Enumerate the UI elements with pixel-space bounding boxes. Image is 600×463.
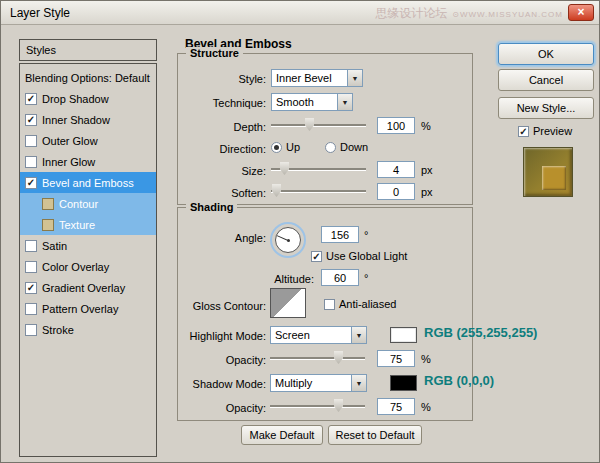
size-slider[interactable] (271, 161, 366, 176)
technique-label: Technique: (178, 97, 266, 109)
highlight-mode-value: Screen (271, 327, 351, 343)
anti-aliased-label: Anti-aliased (339, 298, 396, 310)
style-checkbox[interactable] (25, 261, 37, 273)
sidebar-item-drop-shadow[interactable]: ✓ Drop Shadow (20, 88, 156, 109)
sidebar-item-stroke[interactable]: Stroke (20, 319, 156, 340)
new-style-button[interactable]: New Style... (498, 97, 594, 119)
angle-label: Angle: (178, 232, 266, 244)
style-checkbox[interactable]: ✓ (25, 114, 37, 126)
style-checkbox[interactable] (42, 198, 54, 210)
checkbox-icon (518, 126, 529, 137)
highlight-rgb-annotation: RGB (255,255,255) (424, 325, 537, 340)
style-checkbox[interactable] (25, 240, 37, 252)
technique-dropdown[interactable]: Smooth ▼ (271, 93, 353, 111)
highlight-opacity-slider[interactable] (270, 350, 365, 365)
size-label: Size: (178, 165, 266, 177)
size-input[interactable] (377, 161, 415, 178)
angle-dial[interactable] (270, 222, 306, 258)
angle-dial-face[interactable] (275, 227, 301, 253)
sidebar-item-label: Pattern Overlay (42, 303, 118, 315)
highlight-color-swatch[interactable] (390, 327, 417, 343)
soften-input[interactable] (377, 183, 415, 200)
make-default-button[interactable]: Make Default (241, 425, 323, 445)
watermark: 思缘设计论坛 ⊙WWW.MISSYUAN.COM (375, 5, 563, 22)
sidebar-item-label: Texture (59, 219, 95, 231)
slider-thumb[interactable] (280, 162, 289, 175)
chevron-down-icon[interactable]: ▼ (347, 70, 362, 86)
sidebar-item-color-overlay[interactable]: Color Overlay (20, 256, 156, 277)
shadow-rgb-annotation: RGB (0,0,0) (424, 373, 494, 388)
slider-thumb[interactable] (272, 184, 281, 197)
dial-angle-line (277, 235, 288, 241)
sidebar-item-label: Contour (59, 198, 98, 210)
style-checkbox[interactable] (25, 303, 37, 315)
style-checkbox[interactable]: ✓ (25, 177, 37, 189)
sidebar-item-blending-options-default[interactable]: Blending Options: Default (20, 67, 156, 88)
shadow-mode-dropdown[interactable]: Multiply ▼ (270, 374, 367, 392)
preview-checkbox[interactable]: Preview (518, 125, 572, 137)
sidebar-item-label: Gradient Overlay (42, 282, 125, 294)
anti-aliased-checkbox[interactable]: Anti-aliased (324, 298, 396, 310)
sidebar-item-label: Inner Shadow (42, 114, 110, 126)
sidebar-item-pattern-overlay[interactable]: Pattern Overlay (20, 298, 156, 319)
styles-list: Blending Options: Default ✓ Drop Shadow … (19, 63, 157, 457)
sidebar-item-inner-glow[interactable]: Inner Glow (20, 151, 156, 172)
checkbox-icon (311, 251, 322, 262)
slider-track (270, 405, 365, 407)
slider-thumb[interactable] (334, 351, 343, 364)
ok-button[interactable]: OK (498, 43, 594, 65)
style-checkbox[interactable]: ✓ (25, 282, 37, 294)
direction-up-label: Up (286, 141, 300, 153)
checkbox-icon (324, 299, 335, 310)
highlight-mode-dropdown[interactable]: Screen ▼ (270, 326, 367, 344)
depth-input[interactable] (377, 117, 415, 134)
style-checkbox[interactable] (25, 324, 37, 336)
chevron-down-icon[interactable]: ▼ (337, 94, 352, 110)
sidebar-item-texture[interactable]: Texture (20, 214, 156, 235)
angle-input[interactable] (321, 226, 359, 243)
styles-header-label: Styles (26, 44, 56, 56)
direction-up-radio[interactable]: Up (271, 141, 300, 153)
soften-label: Soften: (178, 187, 266, 199)
shadow-mode-value: Multiply (271, 375, 351, 391)
direction-down-radio[interactable]: Down (325, 141, 368, 153)
style-checkbox[interactable] (25, 156, 37, 168)
sidebar-item-contour[interactable]: Contour (20, 193, 156, 214)
opacity-label: Opacity: (178, 402, 266, 414)
shadow-opacity-slider[interactable] (270, 398, 365, 413)
altitude-input[interactable] (321, 269, 359, 286)
slider-track (271, 124, 366, 126)
technique-dropdown-value: Smooth (272, 94, 337, 110)
reset-to-default-button[interactable]: Reset to Default (328, 425, 422, 445)
sidebar-item-satin[interactable]: Satin (20, 235, 156, 256)
chevron-down-icon[interactable]: ▼ (351, 327, 366, 343)
close-icon[interactable]: × (568, 4, 594, 21)
altitude-label: Altitude: (178, 273, 314, 285)
sidebar-item-bevel-and-emboss[interactable]: ✓ Bevel and Emboss (20, 172, 156, 193)
slider-thumb[interactable] (334, 399, 343, 412)
styles-header: Styles (19, 39, 157, 61)
style-checkbox[interactable] (42, 219, 54, 231)
soften-slider[interactable] (271, 183, 366, 198)
style-preview-thumbnail (523, 147, 573, 197)
style-dropdown[interactable]: Inner Bevel ▼ (271, 69, 363, 87)
sidebar-item-gradient-overlay[interactable]: ✓ Gradient Overlay (20, 277, 156, 298)
style-checkbox[interactable] (25, 135, 37, 147)
shadow-color-swatch[interactable] (390, 375, 417, 391)
sidebar-item-label: Inner Glow (42, 156, 95, 168)
gloss-contour-thumbnail[interactable] (270, 288, 306, 318)
chevron-down-icon[interactable]: ▼ (351, 375, 366, 391)
use-global-light-checkbox[interactable]: Use Global Light (311, 250, 407, 262)
style-checkbox[interactable]: ✓ (25, 93, 37, 105)
depth-slider[interactable] (271, 117, 366, 132)
highlight-opacity-input[interactable] (377, 350, 415, 367)
structure-group: Structure Style: Inner Bevel ▼ Technique… (177, 53, 473, 205)
shadow-opacity-input[interactable] (377, 398, 415, 415)
sidebar-item-outer-glow[interactable]: Outer Glow (20, 130, 156, 151)
cancel-button[interactable]: Cancel (498, 69, 594, 91)
sidebar-item-inner-shadow[interactable]: ✓ Inner Shadow (20, 109, 156, 130)
sidebar-item-label: Satin (42, 240, 67, 252)
style-dropdown-value: Inner Bevel (272, 70, 347, 86)
slider-thumb[interactable] (305, 118, 314, 131)
sidebar-item-label: Color Overlay (42, 261, 109, 273)
